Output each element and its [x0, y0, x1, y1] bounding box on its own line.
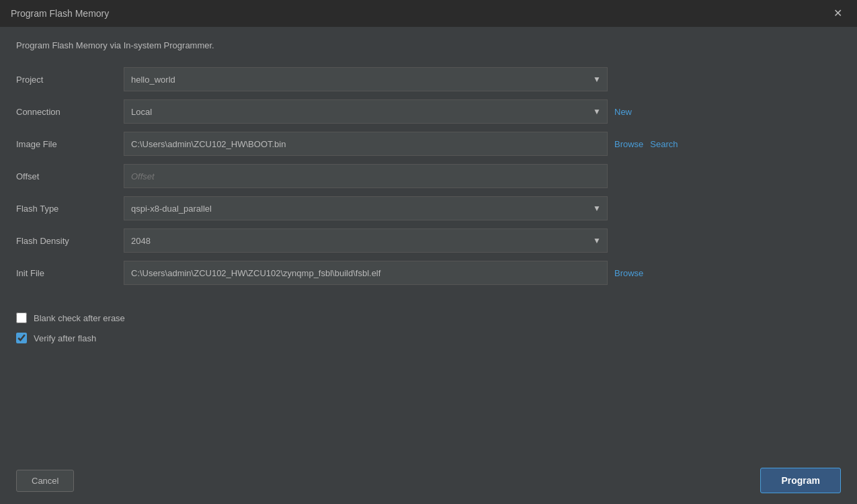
flash-density-select-wrapper: 2048 ▼ [124, 228, 608, 253]
project-select[interactable]: hello_world [124, 67, 608, 91]
close-button[interactable]: ✕ [829, 7, 846, 20]
project-control-area: hello_world ▼ [124, 67, 841, 91]
checkbox-area: Blank check after erase Verify after fla… [16, 312, 841, 343]
connection-row: Connection Local ▼ New [16, 99, 841, 124]
project-row: Project hello_world ▼ [16, 67, 841, 92]
init-file-input[interactable] [124, 261, 608, 285]
image-file-browse-button[interactable]: Browse [614, 139, 643, 149]
init-file-row: Init File Browse [16, 260, 841, 286]
flash-density-control-area: 2048 ▼ [124, 228, 841, 253]
flash-type-label: Flash Type [16, 204, 124, 214]
verify-after-row: Verify after flash [16, 333, 841, 343]
verify-after-checkbox[interactable] [16, 333, 27, 343]
dialog-title: Program Flash Memory [11, 8, 109, 19]
init-file-browse-button[interactable]: Browse [614, 268, 643, 278]
offset-input[interactable] [124, 164, 608, 188]
program-flash-memory-dialog: Program Flash Memory ✕ Program Flash Mem… [0, 0, 857, 504]
offset-row: Offset [16, 163, 841, 189]
offset-control-area [124, 164, 841, 188]
dialog-footer: Cancel Program [0, 457, 857, 504]
init-file-label: Init File [16, 268, 124, 278]
init-file-control-area: Browse [124, 261, 841, 285]
image-file-input[interactable] [124, 132, 608, 156]
image-file-label: Image File [16, 139, 124, 149]
offset-label: Offset [16, 171, 124, 181]
cancel-button[interactable]: Cancel [16, 470, 74, 492]
flash-density-label: Flash Density [16, 236, 124, 246]
new-connection-button[interactable]: New [614, 107, 632, 117]
connection-label: Connection [16, 107, 124, 117]
project-label: Project [16, 75, 124, 85]
form-area: Project hello_world ▼ Connection [16, 67, 841, 292]
flash-type-row: Flash Type qspi-x8-dual_parallel ▼ [16, 196, 841, 221]
flash-density-row: Flash Density 2048 ▼ [16, 228, 841, 253]
dialog-content: Program Flash Memory via In-system Progr… [0, 27, 857, 457]
program-button[interactable]: Program [760, 468, 841, 493]
image-file-row: Image File Browse Search [16, 131, 841, 157]
image-file-control-area: Browse Search [124, 132, 841, 156]
connection-select-wrapper: Local ▼ [124, 99, 608, 124]
blank-check-checkbox[interactable] [16, 312, 27, 323]
connection-select[interactable]: Local [124, 99, 608, 124]
flash-density-select[interactable]: 2048 [124, 228, 608, 253]
flash-type-control-area: qspi-x8-dual_parallel ▼ [124, 196, 841, 220]
blank-check-label[interactable]: Blank check after erase [34, 313, 125, 323]
flash-type-select[interactable]: qspi-x8-dual_parallel [124, 196, 608, 220]
verify-after-label[interactable]: Verify after flash [34, 333, 96, 343]
blank-check-row: Blank check after erase [16, 312, 841, 323]
connection-control-area: Local ▼ New [124, 99, 841, 124]
image-file-search-button[interactable]: Search [650, 139, 678, 149]
flash-type-select-wrapper: qspi-x8-dual_parallel ▼ [124, 196, 608, 220]
project-select-wrapper: hello_world ▼ [124, 67, 608, 91]
title-bar: Program Flash Memory ✕ [0, 0, 857, 27]
description-text: Program Flash Memory via In-system Progr… [16, 40, 841, 50]
